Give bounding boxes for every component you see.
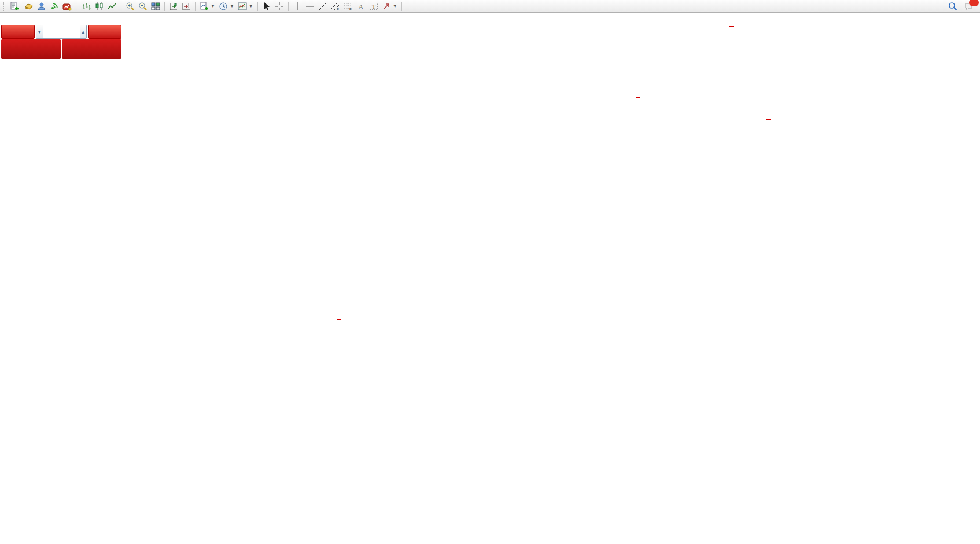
- crosshair-icon: [275, 2, 284, 11]
- chevron-down-icon: ▼: [211, 4, 215, 9]
- template-icon: [238, 2, 247, 11]
- trendline-button[interactable]: [316, 1, 329, 12]
- panel-divider-macd[interactable]: [0, 330, 952, 334]
- auto-trading-button[interactable]: [61, 1, 75, 12]
- market-watch-icon: [24, 2, 34, 11]
- annotation-green-level[interactable]: [636, 97, 640, 98]
- notifications-button[interactable]: [963, 1, 975, 12]
- buy-button[interactable]: [88, 25, 121, 39]
- cursor-icon: [262, 2, 271, 11]
- equidistant-channel-icon: E: [331, 2, 340, 11]
- separator: [78, 2, 78, 11]
- signals-button[interactable]: [48, 1, 61, 12]
- indicators-button[interactable]: ▼: [198, 1, 217, 12]
- chart-area[interactable]: [0, 0, 980, 544]
- new-order-button[interactable]: [8, 1, 23, 12]
- symbol-ohlc-line: [4, 15, 8, 23]
- zoom-out-icon: [138, 2, 148, 11]
- clock-icon: [219, 2, 228, 11]
- separator: [288, 2, 289, 11]
- navigator-icon: [37, 2, 46, 11]
- separator: [164, 2, 165, 11]
- notification-badge: [969, 0, 979, 6]
- cursor-button[interactable]: [260, 1, 273, 12]
- trade-panel-controls: ▼ ▲: [1, 25, 121, 39]
- time-axis[interactable]: [0, 535, 952, 544]
- separator: [257, 2, 258, 11]
- annotation-major-low[interactable]: [337, 319, 341, 320]
- buy-price-tile[interactable]: [62, 39, 121, 59]
- vertical-line-button[interactable]: [291, 1, 304, 12]
- volume-increase-button[interactable]: ▲: [80, 25, 86, 38]
- fibonacci-icon: F: [344, 2, 353, 11]
- bars-chart-icon: [82, 2, 91, 11]
- annotation-swing-low[interactable]: [766, 119, 771, 120]
- fibonacci-button[interactable]: F: [342, 1, 355, 12]
- svg-text:T: T: [372, 3, 375, 10]
- indicators-icon: [200, 2, 209, 11]
- channel-button[interactable]: E: [329, 1, 342, 12]
- auto-scroll-button[interactable]: [167, 1, 180, 12]
- sell-price-tile[interactable]: [1, 39, 61, 59]
- toolbar: ▼ ▼ ▼ E F A: [0, 0, 980, 13]
- auto-trading-icon: [62, 2, 72, 11]
- separator: [121, 2, 121, 11]
- chevron-down-icon: ▼: [230, 4, 234, 9]
- svg-text:E: E: [337, 8, 339, 11]
- trendline-icon: [318, 2, 327, 11]
- signals-icon: [50, 2, 59, 11]
- zoom-in-button[interactable]: [124, 1, 137, 12]
- chart-line-button[interactable]: [106, 1, 119, 12]
- chevron-down-icon: ▼: [249, 4, 253, 9]
- market-watch-button[interactable]: [23, 1, 35, 12]
- periods-button[interactable]: ▼: [217, 1, 236, 12]
- toolbar-right: [946, 1, 979, 12]
- svg-text:F: F: [349, 8, 352, 11]
- panel-divider-rsi[interactable]: [0, 430, 952, 434]
- chart-candles-button[interactable]: [93, 1, 106, 12]
- horizontal-line-button[interactable]: [304, 1, 316, 12]
- line-chart-icon: [108, 2, 117, 11]
- search-icon: [948, 2, 957, 11]
- text-button[interactable]: A: [355, 1, 367, 12]
- candles-chart-icon: [95, 2, 104, 11]
- text-label-icon: T: [369, 2, 378, 11]
- vertical-line-icon: [293, 2, 302, 11]
- zoom-in-icon: [126, 2, 135, 11]
- volume-decrease-button[interactable]: ▼: [36, 25, 43, 38]
- one-click-trading-panel: ▼ ▲: [1, 25, 121, 59]
- search-button[interactable]: [946, 1, 959, 12]
- chart-bars-button[interactable]: [80, 1, 93, 12]
- mt4-window: ▼ ▼ ▼ E F A: [0, 0, 980, 544]
- horizontal-line-icon: [305, 2, 315, 11]
- tile-windows-button[interactable]: [149, 1, 162, 12]
- svg-text:A: A: [358, 2, 363, 10]
- volume-input[interactable]: [43, 25, 80, 38]
- price-axis[interactable]: [952, 13, 980, 535]
- text-label-button[interactable]: T: [367, 1, 380, 12]
- crosshair-button[interactable]: [273, 1, 286, 12]
- tile-windows-icon: [151, 2, 160, 11]
- zoom-out-button[interactable]: [137, 1, 149, 12]
- arrows-button[interactable]: ▼: [380, 1, 399, 12]
- annotation-peak-price[interactable]: [729, 26, 734, 27]
- toolbar-grip[interactable]: [3, 2, 6, 11]
- navigator-button[interactable]: [35, 1, 48, 12]
- text-icon: A: [356, 2, 366, 11]
- new-order-icon: [10, 2, 19, 11]
- sell-button[interactable]: [1, 25, 35, 39]
- templates-button[interactable]: ▼: [236, 1, 255, 12]
- trade-panel-prices: [1, 39, 121, 59]
- arrow-object-icon: [382, 2, 391, 11]
- chart-shift-button[interactable]: [180, 1, 193, 12]
- separator: [195, 2, 196, 11]
- chevron-down-icon: ▼: [393, 4, 397, 9]
- auto-scroll-icon: [169, 2, 178, 11]
- volume-stepper: ▼ ▲: [36, 25, 87, 39]
- chart-shift-icon: [182, 2, 191, 11]
- separator: [401, 2, 402, 11]
